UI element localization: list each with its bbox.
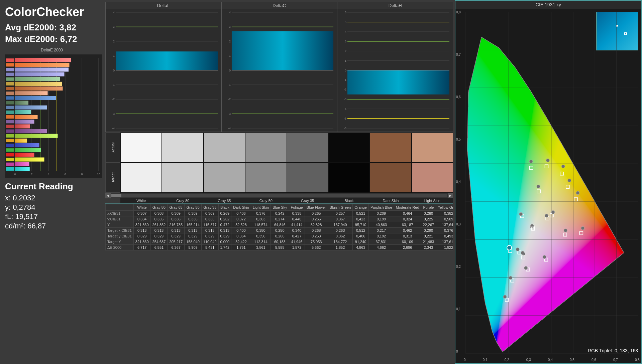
current-reading-title: Current Reading [5, 181, 99, 192]
reading-x: x: 0,2032 [5, 194, 99, 202]
actual-patches-row [120, 133, 453, 163]
table-cell-r3-c14: 0,462 [394, 228, 421, 233]
table-cell-r1-c15: 0,225 [421, 216, 436, 222]
table-cell-r6-c3: 5,909 [185, 245, 202, 250]
table-cell-r5-c6: 32,422 [231, 239, 251, 245]
table-cell-r3-c2: 0,313 [168, 228, 185, 233]
table-cell-r1-c6: 0,372 [231, 216, 251, 222]
table-col-header: Gray 35 [201, 204, 218, 211]
table-cell-r6-c11: 1,852 [328, 245, 353, 250]
color-patches-area: Actual Target ◀ ▶ WhiteGra [105, 133, 453, 203]
table-cell-r3-c8: 0,250 [271, 228, 289, 233]
table-cell-r3-c5: 0,313 [218, 228, 231, 233]
table-cell-r0-c13: 0,209 [369, 211, 394, 216]
scroll-left-btn[interactable]: ◀ [105, 193, 111, 198]
deltaC-body [222, 9, 337, 132]
actual-patch-5 [328, 133, 370, 163]
table-cell-r3-c1: 0,313 [150, 228, 168, 233]
actual-patch-0 [120, 133, 162, 163]
table-cell-r0-c5: 0,269 [218, 211, 231, 216]
table-cell-r5-c3: 158,040 [185, 239, 202, 245]
patch-name-1: Gray 80 [162, 198, 203, 203]
table-cell-r3-c10: 0,268 [305, 228, 328, 233]
table-col-header: Moderate Red [394, 204, 421, 211]
table-cell-r1-c12: 0,423 [353, 216, 369, 222]
table-cell-r0-c11: 0,257 [328, 211, 353, 216]
table-cell-r5-c8: 60,183 [271, 239, 289, 245]
table-cell-r2-c11: 137,940 [328, 222, 353, 228]
scroll-thumb[interactable] [111, 194, 121, 197]
target-patch-4 [287, 163, 328, 193]
table-cell-r4-c11: 0,362 [328, 233, 353, 239]
target-patch-2 [204, 163, 245, 193]
scroll-right-btn[interactable]: ▶ [448, 193, 453, 198]
table-cell-r5-c5: 0,000 [218, 239, 231, 245]
deltaL-title: DeltaL [106, 2, 221, 9]
delta-L-chart: DeltaL [105, 2, 221, 132]
table-col-header: Gray 65 [168, 204, 185, 211]
table-cell-r4-c7: 0,356 [251, 233, 271, 239]
table-cell-r3-c9: 0,340 [289, 228, 305, 233]
table-cell-r0-c16: 0,382 [436, 211, 453, 216]
table-cell-r4-c10: 0,253 [305, 233, 328, 239]
table-row-header-1: y:CIE31 [106, 216, 134, 222]
cie-diagram-main: RGB Triplet: 0, 133, 163 0,8 0,7 0,6 0,5… [455, 9, 641, 363]
patch-name-4: Gray 35 [287, 198, 328, 203]
table-cell-r5-c2: 205,217 [168, 239, 185, 245]
table-col-header: Yellow Green [436, 204, 453, 211]
table-cell-r4-c15: 0,221 [421, 233, 436, 239]
target-label: Target [105, 163, 120, 193]
scroll-track[interactable] [111, 194, 447, 197]
table-col-header: Gray 50 [185, 204, 202, 211]
target-patch-1 [162, 163, 203, 193]
target-patch-0 [120, 163, 162, 193]
table-col-header: Blue Flower [305, 204, 328, 211]
deltaC-title: DeltaC [222, 2, 337, 9]
main-layout: ColorChecker Avg dE2000: 3,82 Max dE2000… [0, 0, 642, 364]
table-row-header-3: Target x:CIE31 [106, 228, 134, 233]
table-cell-r3-c13: 0,217 [369, 228, 394, 233]
table-cell-r2-c8: 64,846 [271, 222, 289, 228]
table-cell-r0-c0: 0,307 [133, 211, 150, 216]
table-cell-r5-c10: 75,053 [305, 239, 328, 245]
patch-name-7: Light Skin [412, 198, 453, 203]
table-cell-r1-c5: 0,262 [218, 216, 231, 222]
table-cell-r6-c8: 5,585 [271, 245, 289, 250]
table-cell-r3-c4: 0,313 [201, 228, 218, 233]
table-cell-r0-c12: 0,521 [353, 211, 369, 216]
patches-scrollbar[interactable]: ◀ ▶ [105, 193, 453, 198]
table-cell-r2-c2: 216,785 [168, 222, 185, 228]
right-panel: CIE 1931 xy RGB Triplet: 0, 133, 163 0,8… [455, 0, 642, 364]
deltaC-canvas [222, 9, 337, 132]
actual-patch-1 [162, 133, 203, 163]
table-cell-r6-c5: 1,742 [218, 245, 231, 250]
current-reading-section: Current Reading x: 0,2032 y: 0,2784 fL: … [5, 181, 99, 231]
table-cell-r6-c4: 5,431 [201, 245, 218, 250]
rgb-triplet: RGB Triplet: 0, 133, 163 [588, 348, 638, 353]
table-cell-r4-c16: 0,493 [436, 233, 453, 239]
deltaL-canvas [106, 9, 221, 132]
table-cell-r4-c14: 0,313 [394, 233, 421, 239]
deltaH-body [337, 9, 453, 132]
table-cell-r6-c16: 1,822 [436, 245, 453, 250]
table-cell-r4-c5: 0,329 [218, 233, 231, 239]
table-cell-r5-c14: 60,109 [394, 239, 421, 245]
target-patches-row [120, 163, 453, 193]
table-row-header-4: Target y:CIE31 [106, 233, 134, 239]
table-cell-r5-c9: 41,946 [289, 239, 305, 245]
table-cell-r2-c7: 118,574 [251, 222, 271, 228]
patch-name-2: Gray 65 [204, 198, 245, 203]
row-labels: Actual Target [105, 133, 120, 193]
table-cell-r2-c9: 41,414 [289, 222, 305, 228]
table-cell-r1-c3: 0,336 [185, 216, 202, 222]
table-cell-r2-c12: 95,710 [353, 222, 369, 228]
table-cell-r5-c12: 91,240 [353, 239, 369, 245]
table-cell-r0-c1: 0,308 [150, 211, 168, 216]
table-cell-r4-c3: 0,329 [185, 233, 202, 239]
delta-C-chart: DeltaC [221, 2, 337, 132]
table-cell-r4-c9: 0,427 [289, 233, 305, 239]
table-cell-r1-c13: 0,199 [369, 216, 394, 222]
actual-patch-6 [370, 133, 411, 163]
table-cell-r1-c14: 0,324 [394, 216, 421, 222]
table-cell-r2-c13: 40,863 [369, 222, 394, 228]
